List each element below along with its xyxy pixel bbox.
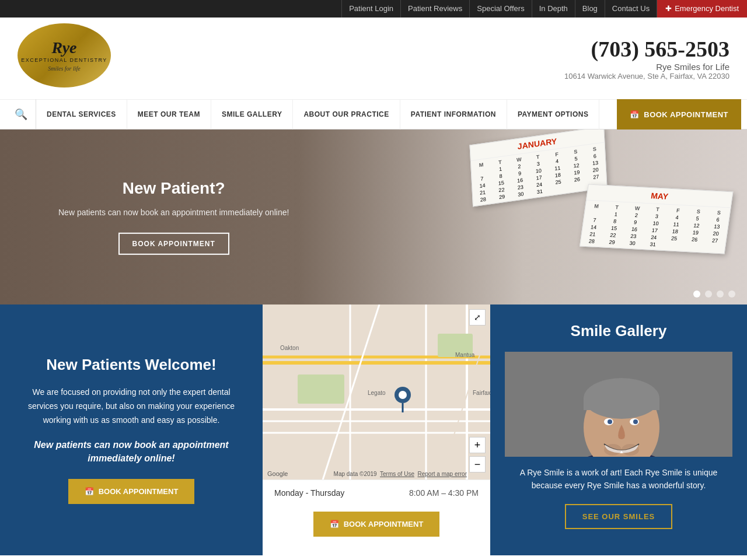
nav-book-appointment[interactable]: 📅 BOOK APPOINTMENT (617, 99, 741, 130)
smile-gallery-body: A Rye Smile is a work of art! Each Rye S… (505, 466, 732, 492)
calendar-icon-center: 📅 (330, 520, 339, 528)
new-patients-section: New Patients Welcome! We are focused on … (0, 304, 263, 555)
svg-text:Legato: Legato (368, 390, 386, 396)
hero-title: New Patient? (58, 179, 289, 198)
svg-text:Fairfax: Fairfax (473, 390, 490, 396)
smile-gallery-title: Smile Gallery (571, 322, 667, 340)
nav-patient-information[interactable]: PATIENT INFORMATION (400, 99, 507, 130)
new-patients-italic: New patients can now book an appointment… (18, 439, 245, 465)
contact-us-link[interactable]: Contact Us (605, 0, 657, 18)
svg-point-28 (633, 419, 638, 424)
smile-gallery-image (505, 352, 732, 457)
special-offers-link[interactable]: Special Offers (470, 0, 532, 18)
hero-book-button[interactable]: BOOK APPOINTMENT (118, 233, 229, 255)
map-image: Oakton Legato Fairfax Mantua (263, 304, 490, 480)
map-hours-days: Monday - Thursday (274, 488, 344, 498)
svg-point-27 (608, 419, 612, 424)
map-footer: Map data ©2019 Terms of Use Report a map… (334, 471, 467, 477)
google-logo: Google (267, 470, 288, 477)
calendar-icon: 📅 (630, 110, 640, 119)
map-hours-time: 8:00 AM – 4:30 PM (409, 488, 479, 498)
search-icon: 🔍 (15, 108, 27, 121)
svg-text:Mantua: Mantua (455, 352, 475, 358)
new-patients-book-button[interactable]: 📅 BOOK APPOINTMENT (68, 479, 195, 504)
hero-section: New Patient? New patients can now book a… (0, 130, 747, 304)
carousel-dot-4[interactable] (728, 290, 735, 298)
svg-point-30 (622, 444, 639, 456)
map-container: Oakton Legato Fairfax Mantua ⤢ + − Googl… (263, 304, 490, 480)
smile-gallery-section: Smile Gallery (490, 304, 747, 555)
svg-point-29 (604, 444, 622, 456)
terms-link[interactable]: Terms of Use (380, 471, 414, 477)
carousel-dot-1[interactable] (693, 290, 700, 298)
in-depth-link[interactable]: In Depth (532, 0, 575, 18)
svg-rect-11 (298, 374, 344, 404)
hero-content: New Patient? New patients can now book a… (58, 179, 289, 255)
carousel-dot-3[interactable] (717, 290, 724, 298)
svg-rect-24 (584, 398, 659, 410)
practice-address: 10614 Warwick Avenue, Ste A, Fairfax, VA… (564, 72, 729, 80)
header-contact: (703) 565-2503 Rye Smiles for Life 10614… (564, 36, 729, 80)
nav-about-our-practice[interactable]: ABOUT OUR PRACTICE (293, 99, 400, 130)
map-zoom-out-button[interactable]: − (469, 456, 486, 473)
practice-name: Rye Smiles for Life (564, 62, 729, 72)
header: Rye EXCEPTIONAL DENTISTRY Smiles for lif… (0, 18, 747, 99)
logo-rye-text: Rye (51, 40, 76, 56)
map-section: Oakton Legato Fairfax Mantua ⤢ + − Googl… (263, 304, 490, 555)
calendar-icon-left: 📅 (85, 487, 94, 496)
see-our-smiles-button[interactable]: SEE OUR SMILES (565, 504, 673, 529)
hero-carousel-dots (693, 290, 735, 298)
nav-dental-services[interactable]: DENTAL SERVICES (36, 99, 127, 130)
bottom-sections: New Patients Welcome! We are focused on … (0, 304, 747, 555)
main-nav: 🔍 DENTAL SERVICES MEET OUR TEAM SMILE GA… (0, 99, 747, 130)
calendar-may: MAY MTWTFSS 123456 78910111213 141516171… (580, 184, 733, 254)
patient-reviews-link[interactable]: Patient Reviews (401, 0, 470, 18)
map-book-wrapper: 📅 BOOK APPOINTMENT (263, 506, 490, 542)
patient-login-link[interactable]: Patient Login (341, 0, 401, 18)
carousel-dot-2[interactable] (705, 290, 712, 298)
logo-exceptional-text: EXCEPTIONAL DENTISTRY (21, 57, 107, 63)
new-patients-title: New Patients Welcome! (46, 356, 216, 374)
nav-payment-options[interactable]: PAYMENT OPTIONS (507, 99, 600, 130)
search-button[interactable]: 🔍 (6, 99, 36, 130)
svg-text:Oakton: Oakton (280, 345, 299, 351)
svg-point-18 (399, 391, 407, 399)
emergency-dentist-link[interactable]: ✚ Emergency Dentist (657, 0, 747, 18)
report-link[interactable]: Report a map error (418, 471, 467, 477)
phone-number[interactable]: (703) 565-2503 (564, 36, 729, 62)
hero-subtitle: New patients can now book an appointment… (58, 206, 289, 219)
map-expand-button[interactable]: ⤢ (469, 309, 486, 326)
map-zoom-in-button[interactable]: + (469, 437, 486, 453)
blog-link[interactable]: Blog (575, 0, 605, 18)
logo-tagline-text: Smiles for life (48, 65, 81, 72)
logo[interactable]: Rye EXCEPTIONAL DENTISTRY Smiles for lif… (18, 23, 111, 93)
map-book-button[interactable]: 📅 BOOK APPOINTMENT (313, 512, 440, 537)
top-bar: Patient Login Patient Reviews Special Of… (0, 0, 747, 18)
plus-icon: ✚ (665, 0, 672, 18)
nav-smile-gallery[interactable]: SMILE GALLERY (211, 99, 293, 130)
nav-meet-our-team[interactable]: MEET OUR TEAM (127, 99, 211, 130)
map-hours-info: Monday - Thursday 8:00 AM – 4:30 PM (263, 480, 490, 506)
new-patients-body: We are focused on providing not only the… (18, 386, 245, 427)
